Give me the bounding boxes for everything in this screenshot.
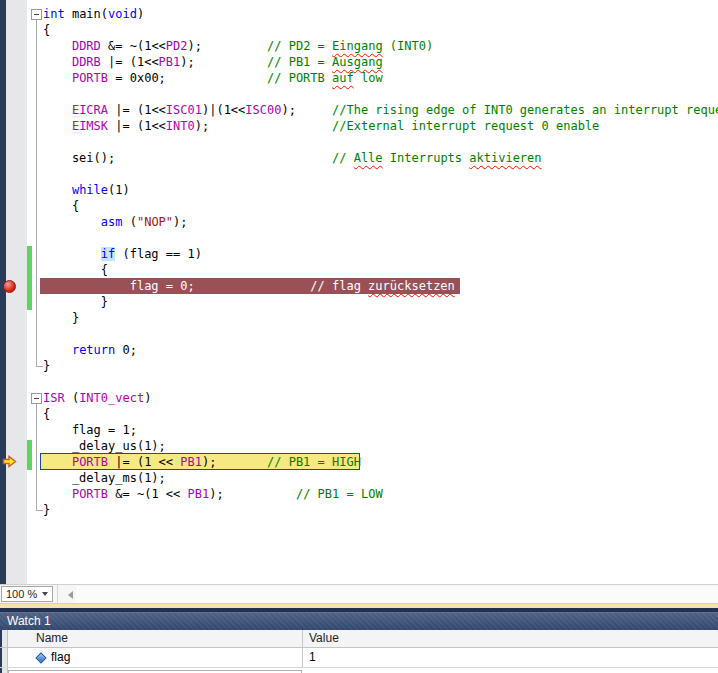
code-line[interactable]: _delay_ms(1); — [0, 470, 718, 486]
watch-header-name[interactable]: Name — [8, 630, 302, 647]
code-line[interactable]: } — [0, 294, 718, 310]
code-line[interactable]: flag = 0; // flag zurücksetzen — [0, 278, 718, 294]
code-line[interactable]: if (flag == 1) — [0, 246, 718, 262]
watch-panel-titlebar[interactable]: Watch 1 — [0, 612, 718, 630]
code-line[interactable]: int main(void) — [0, 6, 718, 22]
watch-gutter — [0, 630, 8, 647]
code-line[interactable]: } — [0, 358, 718, 374]
ide-window: int main(void){ DDRD &= ~(1<<PD2); // PD… — [0, 0, 718, 673]
code-line[interactable] — [0, 86, 718, 102]
variable-icon — [35, 652, 46, 663]
code-lines[interactable]: int main(void){ DDRD &= ~(1<<PD2); // PD… — [0, 6, 718, 518]
code-line[interactable]: PORTB |= (1 << PB1); // PB1 = HIGH — [0, 454, 718, 470]
zoom-level-label: 100 % — [2, 588, 42, 600]
editor-bottom-bar: 100 % — [0, 584, 718, 603]
code-line[interactable]: EICRA |= (1<<ISC01)|(1<<ISC00); //The ri… — [0, 102, 718, 118]
watch-row[interactable]: flag1 — [0, 648, 718, 668]
code-line[interactable]: { — [0, 198, 718, 214]
watch-name-cell[interactable]: flag — [8, 648, 302, 667]
watch-rows: flag1 — [0, 648, 718, 668]
divider — [57, 585, 58, 603]
code-line[interactable]: PORTB &= ~(1 << PB1); // PB1 = LOW — [0, 486, 718, 502]
code-line[interactable]: } — [0, 502, 718, 518]
watch-gutter — [0, 668, 8, 673]
code-line[interactable]: { — [0, 262, 718, 278]
code-line[interactable] — [0, 166, 718, 182]
zoom-select[interactable]: 100 % — [1, 586, 53, 602]
code-line[interactable] — [0, 374, 718, 390]
watch-variable-name: flag — [51, 648, 70, 667]
horizontal-scrollbar[interactable] — [76, 586, 718, 603]
scroll-left-icon[interactable] — [68, 591, 73, 599]
current-statement-icon — [2, 455, 17, 468]
code-line[interactable]: flag = 1; — [0, 422, 718, 438]
code-line[interactable]: } — [0, 310, 718, 326]
code-line[interactable]: return 0; — [0, 342, 718, 358]
code-line[interactable] — [0, 230, 718, 246]
code-line[interactable]: _delay_us(1); — [0, 438, 718, 454]
code-line[interactable]: ISR (INT0_vect) — [0, 390, 718, 406]
code-editor[interactable]: int main(void){ DDRD &= ~(1<<PD2); // PD… — [0, 0, 718, 584]
code-line[interactable]: asm ("NOP"); — [0, 214, 718, 230]
watch-header-value[interactable]: Value — [302, 630, 718, 647]
code-line[interactable] — [0, 134, 718, 150]
breakpoint-icon[interactable] — [3, 280, 16, 293]
code-line[interactable]: { — [0, 22, 718, 38]
code-line[interactable]: DDRB |= (1<<PB1); // PB1 = Ausgang — [0, 54, 718, 70]
code-line[interactable]: sei(); // Alle Interrupts aktivieren — [0, 150, 718, 166]
watch-value-cell[interactable]: 1 — [302, 648, 718, 667]
watch-gutter — [0, 648, 8, 667]
code-line[interactable]: { — [0, 406, 718, 422]
code-line[interactable]: while(1) — [0, 182, 718, 198]
code-line[interactable]: DDRD &= ~(1<<PD2); // PD2 = Eingang (INT… — [0, 38, 718, 54]
chevron-down-icon[interactable] — [42, 592, 48, 596]
watch-empty-row[interactable] — [0, 668, 718, 673]
watch-panel-title: Watch 1 — [0, 613, 718, 630]
watch-header-row: Name Value — [0, 630, 718, 648]
code-line[interactable]: EIMSK |= (1<<INT0); //External interrupt… — [0, 118, 718, 134]
code-line[interactable]: PORTB = 0x00; // PORTB auf low — [0, 70, 718, 86]
code-line[interactable] — [0, 326, 718, 342]
